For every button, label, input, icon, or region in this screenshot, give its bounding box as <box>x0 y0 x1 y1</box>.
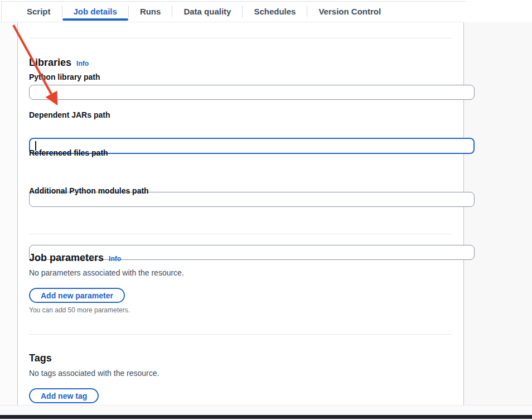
tabbar-bottom-border <box>0 22 463 22</box>
job-parameters-actions: Add new parameter <box>29 288 452 303</box>
dependent-jars-path-label: Dependent JARs path <box>29 110 452 119</box>
job-parameters-heading: Job parameters <box>29 252 104 264</box>
job-parameters-section-title: Job parameters Info <box>29 252 452 264</box>
glue-job-details-page: Script Job details Runs Data quality Sch… <box>0 0 532 420</box>
python-library-path-input[interactable] <box>29 85 475 100</box>
libraries-heading: Libraries <box>29 57 71 69</box>
job-parameters-info-link[interactable]: Info <box>109 255 121 263</box>
job-details-content-panel: Libraries Info Python library path Depen… <box>17 22 463 405</box>
libraries-section-title: Libraries Info <box>29 57 452 69</box>
tabbar-left-border <box>1 1 2 22</box>
left-gutter <box>0 22 17 405</box>
page-bottom-strip <box>0 405 532 415</box>
tags-empty-text: No tags associated with the resource. <box>29 369 452 378</box>
additional-python-modules-path-label: Additional Python modules path <box>29 186 452 195</box>
tab-version-control[interactable]: Version Control <box>307 0 392 22</box>
section-divider <box>29 234 452 234</box>
python-library-path-field <box>29 85 475 100</box>
libraries-info-link[interactable]: Info <box>76 60 89 67</box>
right-gutter <box>463 22 532 405</box>
tab-job-details[interactable]: Job details <box>62 0 128 22</box>
job-parameters-empty-text: No parameters associated with the resour… <box>29 268 452 277</box>
tab-script[interactable]: Script <box>16 0 62 22</box>
referenced-files-path-label: Referenced files path <box>29 148 452 157</box>
tab-bar: Script Job details Runs Data quality Sch… <box>0 0 532 22</box>
add-new-parameter-button[interactable]: Add new parameter <box>29 288 125 303</box>
section-divider <box>29 38 452 38</box>
tags-section-title: Tags <box>29 353 452 364</box>
tags-heading: Tags <box>29 353 52 364</box>
tab-data-quality[interactable]: Data quality <box>172 0 242 22</box>
job-parameters-helper-text: You can add 50 more parameters. <box>29 306 452 314</box>
python-library-path-label: Python library path <box>29 73 452 81</box>
tab-schedules[interactable]: Schedules <box>243 0 307 22</box>
tab-runs[interactable]: Runs <box>129 0 172 22</box>
add-new-tag-button[interactable]: Add new tag <box>29 388 99 403</box>
section-divider <box>29 334 452 335</box>
window-bottom-edge <box>0 415 532 419</box>
tags-actions: Add new tag <box>29 388 452 403</box>
